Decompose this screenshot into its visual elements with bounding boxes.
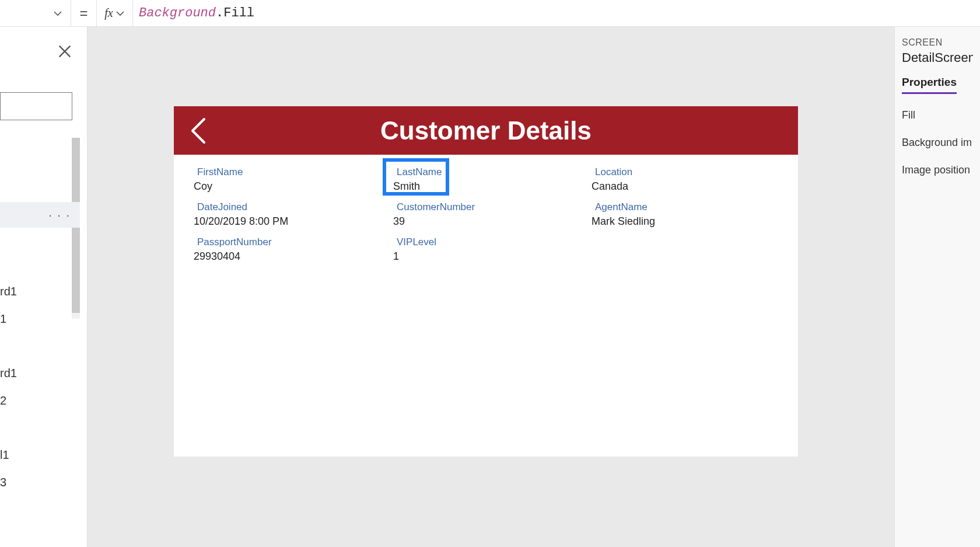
field-value: Smith [393,180,568,193]
tree-items: rd1 1 rd1 2 l1 3 [0,278,80,547]
field-label: DateJoined [194,201,369,213]
field-value: 29930404 [194,250,369,263]
properties-tabs: Properties [902,76,973,94]
properties-panel: SCREEN DetailScreen Properties Fill Back… [895,27,980,547]
fx-label: fx [104,6,113,20]
prop-row-image-position[interactable]: Image position [902,164,973,176]
chevron-down-icon [53,9,62,18]
property-dropdown[interactable] [0,0,71,27]
field-label: LastName [393,166,568,178]
tree-panel: · · · rd1 1 rd1 2 l1 3 [0,27,88,547]
field-value: 1 [393,250,568,263]
tree-selected-item[interactable]: · · · [0,202,80,228]
formula-property: Fill [223,6,254,20]
prop-row-background-image[interactable]: Background im [902,137,973,149]
prop-row-fill[interactable]: Fill [902,109,973,121]
app-header: Customer Details [174,106,798,155]
field-label: AgentName [592,201,766,213]
field-last-name[interactable]: LastName Smith [393,166,568,193]
object-name-label: DetailScreen [902,50,973,65]
field-label: CustomerNumber [393,201,568,213]
formula-bar: = fx Background.Fill [0,0,980,27]
tree-item[interactable]: rd1 [0,278,80,305]
field-first-name[interactable]: FirstName Coy [194,166,369,193]
field-label: FirstName [194,166,369,178]
field-label: VIPLevel [393,236,568,248]
chevron-down-icon [116,9,125,18]
more-icon[interactable]: · · · [48,208,71,222]
field-value: Coy [194,180,369,193]
object-kind-label: SCREEN [902,37,973,48]
field-customer-number[interactable]: CustomerNumber 39 [393,201,568,228]
close-tree-button[interactable] [57,43,73,60]
tree-item[interactable]: l1 [0,441,80,469]
field-vip-level[interactable]: VIPLevel 1 [393,236,568,263]
tree-search-input[interactable] [0,92,72,120]
field-value: 10/20/2019 8:00 PM [194,215,369,228]
screen-title: Customer Details [174,116,798,145]
formula-dot: . [216,6,223,20]
canvas-area[interactable]: Customer Details FirstName Coy LastName … [88,27,895,547]
tree-item[interactable]: 3 [0,469,80,496]
field-label: PassportNumber [194,236,369,248]
tree-item[interactable]: rd1 [0,360,80,387]
fx-button[interactable]: fx [97,0,133,27]
field-value: Mark Siedling [592,215,766,228]
tree-item[interactable]: 1 [0,305,80,333]
field-label: Location [592,166,766,178]
detail-form: FirstName Coy LastName Smith Location Ca… [174,155,798,180]
equals-label: = [71,0,97,27]
field-value: 39 [393,215,568,228]
app-screen[interactable]: Customer Details FirstName Coy LastName … [174,106,798,457]
tab-properties[interactable]: Properties [902,76,957,94]
tree-item[interactable]: 2 [0,387,80,414]
formula-identifier: Background [139,6,216,20]
field-date-joined[interactable]: DateJoined 10/20/2019 8:00 PM [194,201,369,228]
field-agent-name[interactable]: AgentName Mark Siedling [592,201,766,228]
field-location[interactable]: Location Canada [592,166,766,193]
close-icon [57,43,73,60]
formula-input[interactable]: Background.Fill [133,0,980,27]
field-value: Canada [592,180,766,193]
field-passport-number[interactable]: PassportNumber 29930404 [194,236,369,263]
